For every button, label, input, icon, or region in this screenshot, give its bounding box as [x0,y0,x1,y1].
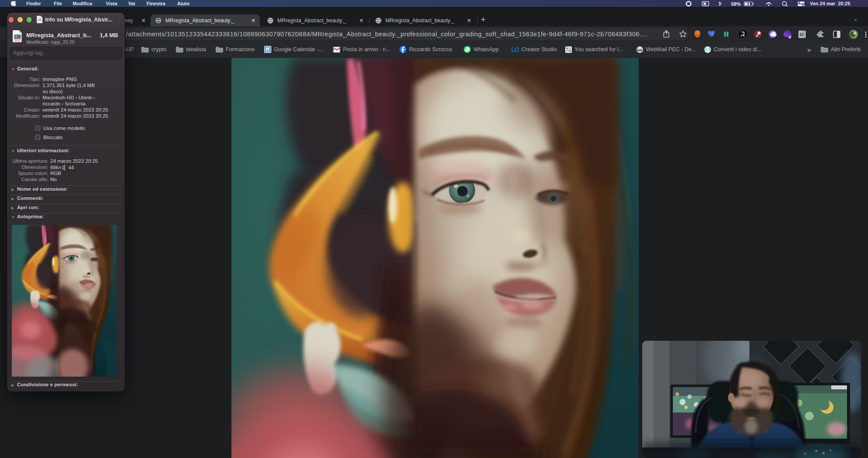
svg-text:31: 31 [266,48,270,52]
svg-text:58%: 58% [731,1,741,7]
svg-text:5: 5 [789,35,791,39]
